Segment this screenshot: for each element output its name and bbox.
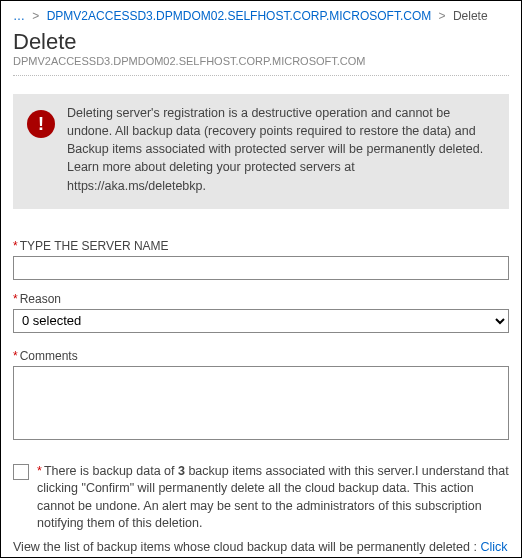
server-name-label: *TYPE THE SERVER NAME xyxy=(13,239,509,253)
required-asterisk: * xyxy=(13,239,18,253)
breadcrumb-parent[interactable]: DPMV2ACCESSD3.DPMDOM02.SELFHOST.CORP.MIC… xyxy=(47,9,432,23)
list-note: View the list of backup items whose clou… xyxy=(13,539,509,558)
chevron-right-icon: > xyxy=(435,9,450,23)
acknowledge-checkbox[interactable] xyxy=(13,464,29,480)
breadcrumb-ellipsis[interactable]: … xyxy=(13,9,25,23)
acknowledge-row: *There is backup data of 3 backup items … xyxy=(13,463,509,533)
comments-label: *Comments xyxy=(13,349,509,363)
warning-banner: ! Deleting server's registration is a de… xyxy=(13,94,509,209)
comments-input[interactable] xyxy=(13,366,509,440)
required-asterisk: * xyxy=(13,349,18,363)
breadcrumb-current: Delete xyxy=(453,9,488,23)
required-asterisk: * xyxy=(37,464,42,478)
server-name-input[interactable] xyxy=(13,256,509,280)
divider xyxy=(13,75,509,76)
reason-label: *Reason xyxy=(13,292,509,306)
warning-icon: ! xyxy=(27,110,55,138)
reason-select[interactable]: 0 selected xyxy=(13,309,509,333)
breadcrumb: … > DPMV2ACCESSD3.DPMDOM02.SELFHOST.CORP… xyxy=(13,9,509,23)
page-subtitle: DPMV2ACCESSD3.DPMDOM02.SELFHOST.CORP.MIC… xyxy=(13,55,509,67)
page-title: Delete xyxy=(13,29,509,55)
required-asterisk: * xyxy=(13,292,18,306)
chevron-right-icon: > xyxy=(28,9,43,23)
acknowledge-text: *There is backup data of 3 backup items … xyxy=(37,463,509,533)
warning-text: Deleting server's registration is a dest… xyxy=(67,104,495,195)
